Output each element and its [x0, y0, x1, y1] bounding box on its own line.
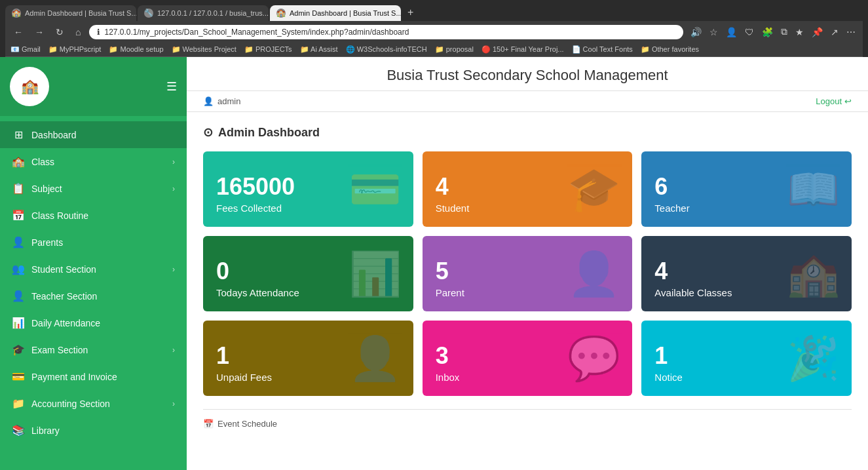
sidebar-label-accounting: Accounting Section: [31, 399, 110, 409]
profile-icon[interactable]: 👤: [724, 25, 739, 39]
bookmark-finalyear[interactable]: 🔴 150+ Final Year Proj...: [481, 45, 564, 54]
bookmarks-bar: 📧 Gmail 📁 MyPHPscript 📁 Moodle setup 📁 W…: [5, 43, 863, 57]
bookmark-moodle[interactable]: 📁 Moodle setup: [109, 45, 163, 54]
event-section: 📅 Event Schedule: [203, 409, 852, 429]
sidebar-item-teacher-section[interactable]: 👤 Teacher Section: [0, 283, 187, 309]
logo-icon: 🏫: [21, 78, 39, 95]
menu-icon[interactable]: ⋯: [844, 25, 858, 39]
main-content: Busia Trust Secondary School Management …: [187, 57, 868, 470]
notice-card-icon: 🎉: [787, 334, 840, 383]
user-bar: 👤 admin Logout ↩: [187, 91, 868, 112]
url-bar[interactable]: ℹ 127.0.0.1/my_projects/Dan_School_Manag…: [89, 25, 683, 39]
teacher-section-icon: 👤: [12, 290, 25, 302]
tab-label-1: Admin Dashboard | Busia Trust S...: [25, 9, 136, 17]
sidebar-item-library[interactable]: 📚 Library: [0, 417, 187, 444]
bookmark-websites[interactable]: 📁 Websites Project: [172, 45, 236, 54]
collections-icon[interactable]: 📌: [810, 25, 825, 39]
app-title: Busia Trust Secondary School Management: [203, 67, 852, 84]
read-aloud-icon[interactable]: 🔊: [689, 25, 704, 39]
favorites2-icon[interactable]: ★: [793, 25, 806, 39]
page-title-icon: ⊙: [203, 125, 213, 140]
sidebar-label-class: Class: [31, 157, 54, 167]
sidebar-header: 🏫 ☰: [0, 57, 187, 116]
card-student[interactable]: 🎓 4 Student: [423, 151, 633, 227]
sidebar-item-student-section[interactable]: 👥 Student Section ›: [0, 256, 187, 283]
tab-favicon-2: 🔧: [144, 9, 153, 18]
bookmark-myphpscript[interactable]: 📁 MyPHPscript: [48, 45, 102, 54]
back-button[interactable]: ←: [10, 25, 26, 39]
tab-favicon-3: 🏫: [276, 9, 286, 18]
sidebar-item-subject[interactable]: 📋 Subject ›: [0, 175, 187, 202]
sidebar-item-dashboard[interactable]: ⊞ Dashboard: [0, 121, 187, 148]
bookmark-gmail[interactable]: 📧 Gmail: [10, 45, 41, 54]
sidebar-label-teacher-section: Teacher Section: [31, 291, 97, 302]
extensions-icon[interactable]: 🧩: [760, 25, 775, 39]
page-title-text: Admin Dashboard: [218, 126, 320, 140]
user-icon: 👤: [203, 96, 214, 106]
bookmark-w3[interactable]: 🌐 W3Schools-infoTECH: [346, 45, 427, 54]
logout-icon: ↩: [844, 96, 852, 106]
classes-card-icon: 🏫: [787, 249, 840, 299]
event-schedule-label: Event Schedule: [217, 419, 277, 429]
sidebar: 🏫 ☰ ⊞ Dashboard 🏫 Class › 📋: [0, 57, 187, 470]
sidebar-item-daily-attendance[interactable]: 📊 Daily Attendance: [0, 309, 187, 336]
adblock-icon[interactable]: 🛡: [743, 25, 756, 39]
card-classes[interactable]: 🏫 4 Available Classes: [641, 236, 852, 311]
attendance-card-icon: 📊: [349, 249, 402, 299]
sidebar-item-payment[interactable]: 💳 Payment and Invoice: [0, 363, 187, 390]
logout-button[interactable]: Logout ↩: [816, 96, 852, 106]
home-button[interactable]: ⌂: [72, 25, 84, 39]
tab-1[interactable]: 🏫 Admin Dashboard | Busia Trust S... ✕: [5, 5, 136, 21]
hamburger-button[interactable]: ☰: [166, 79, 177, 94]
sidebar-label-subject: Subject: [31, 184, 62, 194]
share-icon[interactable]: ↗: [829, 25, 840, 39]
sidebar-label-parents: Parents: [31, 237, 63, 248]
bookmark-others[interactable]: 📁 Other favorites: [641, 45, 699, 54]
sidebar-item-exam-section[interactable]: 🎓 Exam Section ›: [0, 336, 187, 363]
subject-chevron-icon: ›: [172, 184, 175, 193]
student-chevron-icon: ›: [172, 265, 175, 274]
tab-2[interactable]: 🔧 127.0.0.1 / 127.0.0.1 / busia_trus... …: [138, 5, 269, 21]
bookmark-ai[interactable]: 📁 Ai Assist: [300, 45, 338, 54]
lock-icon: ℹ: [97, 28, 100, 37]
card-fees[interactable]: 💳 165000 Fees Collected: [203, 151, 413, 227]
new-tab-button[interactable]: +: [402, 4, 419, 21]
sidebar-menu: ⊞ Dashboard 🏫 Class › 📋 Subject ›: [0, 116, 187, 449]
inbox-card-icon: 💬: [567, 334, 620, 383]
card-teacher[interactable]: 📖 6 Teacher: [641, 151, 852, 227]
logout-label: Logout: [816, 96, 842, 106]
fees-card-icon: 💳: [349, 165, 402, 214]
sidebar-item-accounting[interactable]: 📁 Accounting Section ›: [0, 390, 187, 417]
card-parent[interactable]: 👤 5 Parent: [423, 236, 633, 311]
sidebar-item-class[interactable]: 🏫 Class ›: [0, 148, 187, 175]
student-card-icon: 🎓: [567, 165, 620, 214]
card-inbox[interactable]: 💬 3 Inbox: [423, 321, 633, 396]
sidebar-item-class-routine[interactable]: 📅 Class Routine: [0, 202, 187, 229]
bookmark-projects[interactable]: 📁 PROJECTs: [244, 45, 292, 54]
forward-button[interactable]: →: [31, 25, 47, 39]
card-notice[interactable]: 🎉 1 Notice: [641, 321, 852, 396]
bookmark-cooltext[interactable]: 📄 Cool Text Fonts: [572, 45, 633, 54]
tab-label-3: Admin Dashboard | Busia Trust S...: [290, 9, 401, 17]
daily-attendance-icon: 📊: [12, 317, 25, 329]
tab-label-2: 127.0.0.1 / 127.0.0.1 / busia_trus...: [157, 9, 269, 17]
exam-section-icon: 🎓: [12, 343, 25, 356]
card-unpaid[interactable]: 👤 1 Unpaid Fees: [203, 321, 413, 396]
refresh-button[interactable]: ↻: [52, 25, 67, 39]
sidebar-item-parents[interactable]: 👤 Parents: [0, 229, 187, 256]
content-area: ⊙ Admin Dashboard 💳 165000 Fees Collecte…: [187, 112, 868, 470]
dashboard-icon: ⊞: [12, 128, 25, 141]
sidebar-label-class-routine: Class Routine: [31, 210, 88, 221]
split-icon[interactable]: ⧉: [779, 24, 789, 39]
tab-3[interactable]: 🏫 Admin Dashboard | Busia Trust S... ✕: [270, 5, 401, 21]
card-attendance[interactable]: 📊 0 Todays Attendance: [203, 236, 413, 311]
sidebar-label-payment: Payment and Invoice: [31, 372, 117, 382]
class-routine-icon: 📅: [12, 209, 25, 222]
bookmark-proposal[interactable]: 📁 proposal: [435, 45, 474, 54]
sidebar-logo: 🏫: [10, 67, 49, 106]
sidebar-label-dashboard: Dashboard: [31, 130, 77, 140]
favorites-icon[interactable]: ☆: [708, 25, 720, 39]
library-icon: 📚: [12, 424, 25, 437]
tab-favicon-1: 🏫: [12, 9, 21, 18]
parents-icon: 👤: [12, 236, 25, 248]
